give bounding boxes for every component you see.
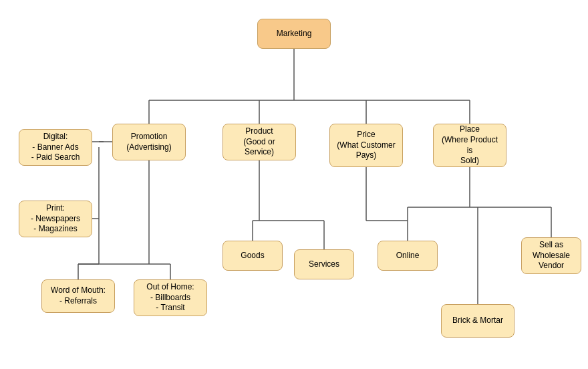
- node-marketing: Marketing: [257, 19, 331, 49]
- node-goods: Goods: [223, 241, 283, 271]
- node-product: Product(Good or Service): [223, 124, 296, 160]
- diagram: Marketing Promotion(Advertising) Product…: [0, 0, 588, 369]
- node-price: Price(What CustomerPays): [329, 124, 403, 167]
- node-online: Online: [378, 241, 438, 271]
- node-digital: Digital:- Banner Ads- Paid Search: [19, 129, 92, 166]
- node-wholesale: Sell as WholesaleVendor: [521, 237, 581, 274]
- node-promotion: Promotion(Advertising): [112, 124, 186, 160]
- node-services: Services: [294, 249, 354, 279]
- node-word-of-mouth: Word of Mouth:- Referrals: [41, 279, 115, 313]
- node-brick-mortar: Brick & Mortar: [441, 304, 514, 338]
- node-place: Place(Where Product isSold): [433, 124, 506, 167]
- node-print: Print:- Newspapers- Magazines: [19, 201, 92, 237]
- node-out-of-home: Out of Home:- Billboards- Transit: [134, 279, 207, 316]
